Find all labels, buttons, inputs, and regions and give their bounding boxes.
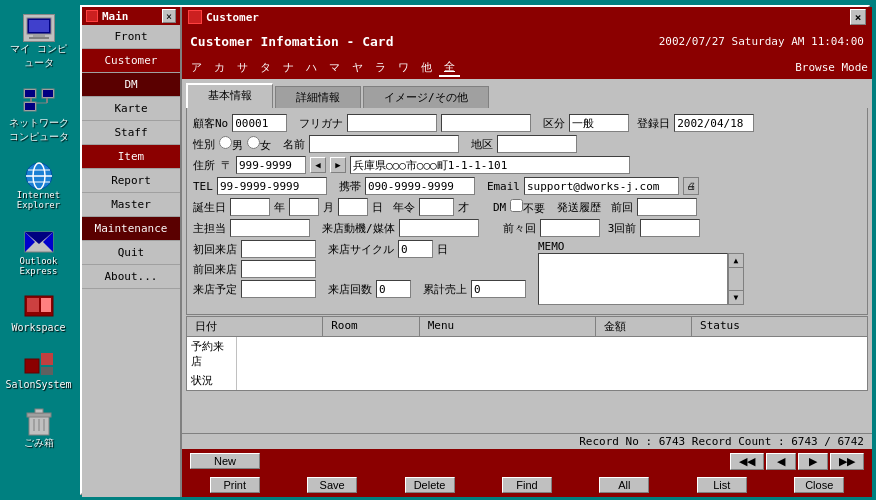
dm-fuyou-check[interactable] (510, 199, 523, 212)
birth-month[interactable] (289, 198, 319, 216)
menu-close-button[interactable]: × (162, 9, 176, 23)
menu-dm[interactable]: DM (82, 73, 180, 97)
visit-cycle-input[interactable] (398, 240, 433, 258)
kana-all[interactable]: 全 (439, 58, 460, 77)
network-icon[interactable]: ネットワーク コンピュータ (4, 84, 74, 148)
prev-prev-input[interactable] (540, 219, 600, 237)
kana-ma[interactable]: マ (324, 59, 345, 76)
main-staff-input[interactable] (230, 219, 310, 237)
kana-ta2[interactable]: 他 (416, 59, 437, 76)
prev-button[interactable]: ◀ (766, 453, 796, 470)
kana-ra[interactable]: ラ (370, 59, 391, 76)
menu-master[interactable]: Master (82, 193, 180, 217)
menu-karte[interactable]: Karte (82, 97, 180, 121)
total-sales-input[interactable] (471, 280, 526, 298)
birth-day[interactable] (338, 198, 368, 216)
tab-image[interactable]: イメージ/その他 (363, 86, 489, 108)
month-suffix: 月 (323, 200, 334, 215)
area-input[interactable] (497, 135, 577, 153)
customer-close-button[interactable]: × (850, 9, 866, 25)
all-button[interactable]: All (599, 477, 649, 493)
salon-system-icon[interactable]: SalonSystem (4, 347, 74, 394)
age-input[interactable] (419, 198, 454, 216)
svg-rect-26 (41, 353, 53, 365)
workspace-icon[interactable]: Workspace (4, 290, 74, 337)
kana-ya[interactable]: ヤ (347, 59, 368, 76)
tab-basic[interactable]: 基本情報 (186, 83, 273, 108)
trash-icon[interactable]: ごみ箱 (4, 404, 74, 454)
kana-bar: ア カ サ タ ナ ハ マ ヤ ラ ワ 他 全 Browse Mode (182, 55, 872, 79)
menu-maintenance[interactable]: Maintenance (82, 217, 180, 241)
furigana-input1[interactable] (347, 114, 437, 132)
find-button[interactable]: Find (502, 477, 552, 493)
menu-front[interactable]: Front (82, 25, 180, 49)
next-visit-input[interactable] (241, 280, 316, 298)
kana-na[interactable]: ナ (278, 59, 299, 76)
kana-ha[interactable]: ハ (301, 59, 322, 76)
birth-year[interactable] (230, 198, 270, 216)
menu-item[interactable]: Item (82, 145, 180, 169)
tel-input[interactable] (217, 177, 327, 195)
memo-scroll-down[interactable]: ▼ (729, 290, 743, 304)
kubun-label: 区分 (543, 116, 565, 131)
visit-count-input[interactable] (376, 280, 411, 298)
salon-label: SalonSystem (5, 379, 71, 390)
first-visit-input[interactable] (241, 240, 316, 258)
internet-explorer-icon[interactable]: Internet Explorer (4, 158, 74, 214)
memo-textarea[interactable] (538, 253, 728, 305)
svg-rect-5 (25, 90, 35, 97)
kubun-input[interactable] (569, 114, 629, 132)
menu-report[interactable]: Report (82, 169, 180, 193)
name-input[interactable] (309, 135, 459, 153)
close-button[interactable]: Close (794, 477, 844, 493)
kana-a[interactable]: ア (186, 59, 207, 76)
address-arrow-left[interactable]: ◀ (310, 157, 326, 173)
email-input[interactable] (524, 177, 679, 195)
visit-media-input[interactable] (399, 219, 479, 237)
save-button[interactable]: Save (307, 477, 357, 493)
svg-rect-7 (43, 90, 53, 97)
male-radio[interactable] (219, 136, 232, 149)
bottom-buttons-row: Print Save Delete Find All List Close (182, 473, 872, 497)
kana-ka[interactable]: カ (209, 59, 230, 76)
memo-scroll-up[interactable]: ▲ (729, 254, 743, 268)
gender-male-radio[interactable]: 男 (219, 136, 243, 153)
postal-input[interactable] (236, 156, 306, 174)
my-computer-icon[interactable]: マイ コンピュータ (4, 10, 74, 74)
furigana-input2[interactable] (441, 114, 531, 132)
kana-ta[interactable]: タ (255, 59, 276, 76)
menu-titlebar: Main × (82, 7, 180, 25)
print-button[interactable]: Print (210, 477, 260, 493)
menu-staff[interactable]: Staff (82, 121, 180, 145)
first-button[interactable]: ◀◀ (730, 453, 764, 470)
day-label2: 日 (437, 242, 448, 257)
table-header: 日付 Room Menu 金額 Status (187, 317, 867, 337)
last-button[interactable]: ▶▶ (830, 453, 864, 470)
list-button[interactable]: List (697, 477, 747, 493)
dm-fuyou-checkbox[interactable]: 不要 (510, 199, 545, 216)
kana-sa[interactable]: サ (232, 59, 253, 76)
delete-button[interactable]: Delete (405, 477, 455, 493)
main-staff-label: 主担当 (193, 221, 226, 236)
tab-detail[interactable]: 詳細情報 (275, 86, 361, 108)
gender-female-radio[interactable]: 女 (247, 136, 271, 153)
address-input[interactable] (350, 156, 630, 174)
customer-no-input[interactable] (232, 114, 287, 132)
registration-input[interactable] (674, 114, 754, 132)
new-button[interactable]: New (190, 453, 260, 469)
address-arrow-right[interactable]: ▶ (330, 157, 346, 173)
previous-input[interactable] (637, 198, 697, 216)
next-button[interactable]: ▶ (798, 453, 828, 470)
outlook-icon[interactable]: Outlook Express (4, 224, 74, 280)
form-row-2: 性別 男 女 名前 地区 (193, 135, 861, 153)
kana-wa[interactable]: ワ (393, 59, 414, 76)
prev-visit-input[interactable] (241, 260, 316, 278)
email-action-btn[interactable]: 🖨 (683, 177, 699, 195)
mobile-input[interactable] (365, 177, 475, 195)
menu-customer[interactable]: Customer (82, 49, 180, 73)
menu-quit[interactable]: Quit (82, 241, 180, 265)
female-radio[interactable] (247, 136, 260, 149)
customer-window-title: Customer (206, 11, 259, 24)
n-ago-input[interactable] (640, 219, 700, 237)
menu-about[interactable]: About... (82, 265, 180, 289)
